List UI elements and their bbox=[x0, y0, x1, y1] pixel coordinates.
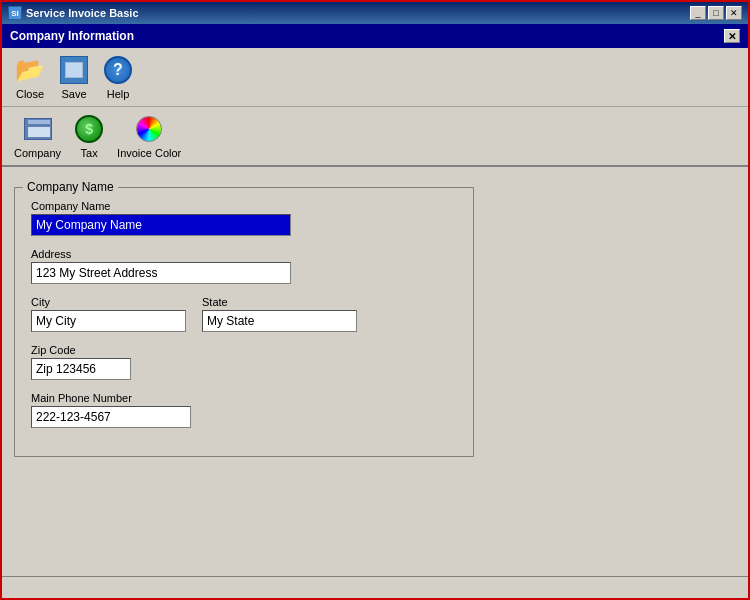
help-icon: ? bbox=[102, 54, 134, 86]
address-input[interactable] bbox=[31, 262, 291, 284]
help-button[interactable]: ? Help bbox=[98, 52, 138, 102]
tax-label: Tax bbox=[81, 147, 98, 159]
state-input[interactable] bbox=[202, 310, 357, 332]
phone-label: Main Phone Number bbox=[31, 392, 457, 404]
title-bar-buttons: _ □ ✕ bbox=[690, 6, 742, 20]
close-icon: 📂 bbox=[14, 54, 46, 86]
minimize-button[interactable]: _ bbox=[690, 6, 706, 20]
save-label: Save bbox=[61, 88, 86, 100]
close-label: Close bbox=[16, 88, 44, 100]
city-state-row: City State bbox=[31, 296, 457, 332]
state-field-container: State bbox=[202, 296, 357, 332]
main-content: Company Name Company Name Address City bbox=[2, 167, 748, 576]
status-bar bbox=[2, 576, 748, 598]
city-input[interactable] bbox=[31, 310, 186, 332]
help-label: Help bbox=[107, 88, 130, 100]
invoice-color-button[interactable]: Invoice Color bbox=[113, 111, 185, 161]
company-label: Company bbox=[14, 147, 61, 159]
tax-icon: $ bbox=[73, 113, 105, 145]
company-group-box: Company Name Company Name Address City bbox=[14, 187, 474, 457]
invoice-color-label: Invoice Color bbox=[117, 147, 181, 159]
title-bar-left: SI Service Invoice Basic bbox=[8, 6, 139, 20]
close-button[interactable]: 📂 Close bbox=[10, 52, 50, 102]
toolbar-main: 📂 Close Save ? Help bbox=[2, 48, 748, 107]
city-state-group: City State bbox=[31, 296, 457, 332]
phone-input[interactable] bbox=[31, 406, 191, 428]
tax-button[interactable]: $ Tax bbox=[69, 111, 109, 161]
company-name-group: Company Name bbox=[31, 200, 457, 236]
zip-input[interactable] bbox=[31, 358, 131, 380]
toolbar-secondary: Company $ Tax Invoice Color bbox=[2, 107, 748, 167]
address-label: Address bbox=[31, 248, 457, 260]
save-icon bbox=[58, 54, 90, 86]
address-group: Address bbox=[31, 248, 457, 284]
company-name-input[interactable] bbox=[31, 214, 291, 236]
phone-group: Main Phone Number bbox=[31, 392, 457, 428]
zip-label: Zip Code bbox=[31, 344, 457, 356]
company-name-label: Company Name bbox=[31, 200, 457, 212]
title-bar: SI Service Invoice Basic _ □ ✕ bbox=[2, 2, 748, 24]
group-box-label: Company Name bbox=[23, 180, 118, 194]
dialog-bar: Company Information ✕ bbox=[2, 24, 748, 48]
state-label: State bbox=[202, 296, 357, 308]
zip-group: Zip Code bbox=[31, 344, 457, 380]
dialog-title: Company Information bbox=[10, 29, 134, 43]
company-icon bbox=[22, 113, 54, 145]
maximize-button[interactable]: □ bbox=[708, 6, 724, 20]
invoice-color-icon bbox=[133, 113, 165, 145]
save-button[interactable]: Save bbox=[54, 52, 94, 102]
city-field-container: City bbox=[31, 296, 186, 332]
window-title: Service Invoice Basic bbox=[26, 7, 139, 19]
app-icon: SI bbox=[8, 6, 22, 20]
dialog-close-button[interactable]: ✕ bbox=[724, 29, 740, 43]
window-frame: SI Service Invoice Basic _ □ ✕ Company I… bbox=[0, 0, 750, 600]
company-button[interactable]: Company bbox=[10, 111, 65, 161]
close-window-button[interactable]: ✕ bbox=[726, 6, 742, 20]
city-label: City bbox=[31, 296, 186, 308]
